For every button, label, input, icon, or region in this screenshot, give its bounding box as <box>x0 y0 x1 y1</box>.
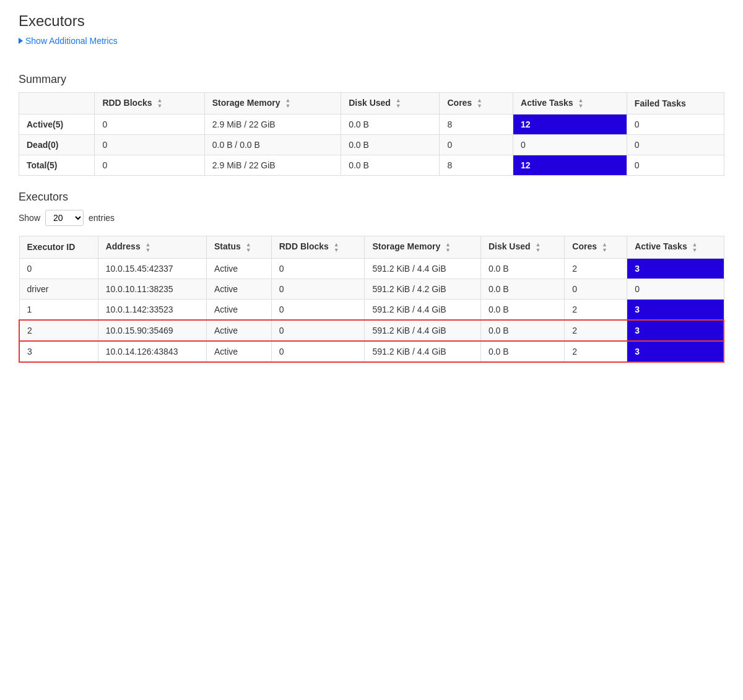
summary-cell-3: 0.0 B <box>341 155 440 176</box>
summary-cell-5: 12 <box>513 115 627 135</box>
summary-cell-3: 0.0 B <box>341 135 440 155</box>
entries-select[interactable]: 102050100 <box>45 210 84 226</box>
executors-table: Executor ID Address ▲▼ Status ▲▼ RDD Blo… <box>19 236 724 362</box>
exec-cell-0: 2 <box>19 320 98 341</box>
summary-th-active-tasks[interactable]: Active Tasks ▲▼ <box>513 93 627 115</box>
summary-row: Dead(0)00.0 B / 0.0 B0.0 B000 <box>19 135 724 155</box>
exec-cell-6: 2 <box>565 299 627 320</box>
exec-th-active-tasks[interactable]: Active Tasks ▲▼ <box>627 236 724 258</box>
exec-cell-0: 3 <box>19 341 98 362</box>
exec-cell-7: 3 <box>627 341 724 362</box>
exec-cell-2: Active <box>207 341 272 362</box>
exec-cell-6: 2 <box>565 258 627 279</box>
exec-cell-4: 591.2 KiB / 4.4 GiB <box>365 258 480 279</box>
triangle-icon <box>19 38 23 44</box>
exec-cell-0: 1 <box>19 299 98 320</box>
exec-cell-3: 0 <box>271 279 365 299</box>
executors-table-header: Executor ID Address ▲▼ Status ▲▼ RDD Blo… <box>19 236 724 258</box>
summary-cell-6: 0 <box>627 155 724 176</box>
summary-th-failed-tasks: Failed Tasks <box>627 93 724 115</box>
exec-cell-2: Active <box>207 279 272 299</box>
summary-cell-1: 0 <box>95 155 204 176</box>
summary-th-storage[interactable]: Storage Memory ▲▼ <box>204 93 341 115</box>
exec-cell-5: 0.0 B <box>480 320 564 341</box>
exec-cell-1: 10.0.15.90:35469 <box>98 320 206 341</box>
summary-cell-6: 0 <box>627 135 724 155</box>
summary-cell-1: 0 <box>95 135 204 155</box>
exec-cell-4: 591.2 KiB / 4.4 GiB <box>365 299 480 320</box>
summary-cell-4: 8 <box>440 115 513 135</box>
summary-row: Active(5)02.9 MiB / 22 GiB0.0 B8120 <box>19 115 724 135</box>
executors-table-body: 010.0.15.45:42337Active0591.2 KiB / 4.4 … <box>19 258 724 362</box>
summary-row: Total(5)02.9 MiB / 22 GiB0.0 B8120 <box>19 155 724 176</box>
table-row: 210.0.15.90:35469Active0591.2 KiB / 4.4 … <box>19 320 724 341</box>
exec-th-disk[interactable]: Disk Used ▲▼ <box>480 236 564 258</box>
summary-cell-6: 0 <box>627 115 724 135</box>
executors-title: Executors <box>19 191 724 204</box>
exec-th-cores[interactable]: Cores ▲▼ <box>565 236 627 258</box>
exec-cell-5: 0.0 B <box>480 299 564 320</box>
summary-cell-2: 2.9 MiB / 22 GiB <box>204 115 341 135</box>
summary-cell-3: 0.0 B <box>341 115 440 135</box>
table-row: driver10.0.10.11:38235Active0591.2 KiB /… <box>19 279 724 299</box>
summary-cell-0: Active(5) <box>19 115 95 135</box>
exec-th-rdd[interactable]: RDD Blocks ▲▼ <box>271 236 365 258</box>
exec-cell-7: 0 <box>627 279 724 299</box>
summary-cell-5: 0 <box>513 135 627 155</box>
summary-th-cores[interactable]: Cores ▲▼ <box>440 93 513 115</box>
exec-cell-6: 0 <box>565 279 627 299</box>
exec-cell-6: 2 <box>565 341 627 362</box>
table-row: 110.0.1.142:33523Active0591.2 KiB / 4.4 … <box>19 299 724 320</box>
entries-suffix: entries <box>89 213 115 223</box>
exec-cell-1: 10.0.14.126:43843 <box>98 341 206 362</box>
exec-cell-2: Active <box>207 320 272 341</box>
exec-cell-6: 2 <box>565 320 627 341</box>
summary-th-label <box>19 93 95 115</box>
summary-table-header: RDD Blocks ▲▼ Storage Memory ▲▼ Disk Use… <box>19 93 724 115</box>
exec-th-storage[interactable]: Storage Memory ▲▼ <box>365 236 480 258</box>
exec-th-status[interactable]: Status ▲▼ <box>207 236 272 258</box>
exec-th-id: Executor ID <box>19 236 98 258</box>
show-metrics-link[interactable]: Show Additional Metrics <box>19 36 118 46</box>
summary-cell-5: 12 <box>513 155 627 176</box>
summary-th-disk[interactable]: Disk Used ▲▼ <box>341 93 440 115</box>
summary-cell-0: Total(5) <box>19 155 95 176</box>
exec-cell-1: 10.0.15.45:42337 <box>98 258 206 279</box>
summary-cell-4: 8 <box>440 155 513 176</box>
show-metrics-label: Show Additional Metrics <box>25 36 118 46</box>
executors-section: Executors Show 102050100 entries Executo… <box>19 191 724 362</box>
exec-cell-5: 0.0 B <box>480 279 564 299</box>
exec-cell-1: 10.0.1.142:33523 <box>98 299 206 320</box>
exec-cell-7: 3 <box>627 320 724 341</box>
table-row: 010.0.15.45:42337Active0591.2 KiB / 4.4 … <box>19 258 724 279</box>
exec-cell-3: 0 <box>271 258 365 279</box>
page-header: Executors Show Additional Metrics <box>19 12 724 54</box>
exec-cell-4: 591.2 KiB / 4.4 GiB <box>365 320 480 341</box>
exec-cell-3: 0 <box>271 299 365 320</box>
exec-cell-4: 591.2 KiB / 4.2 GiB <box>365 279 480 299</box>
exec-cell-2: Active <box>207 299 272 320</box>
exec-cell-3: 0 <box>271 341 365 362</box>
show-entries-control: Show 102050100 entries <box>19 210 724 226</box>
summary-table: RDD Blocks ▲▼ Storage Memory ▲▼ Disk Use… <box>19 92 724 176</box>
exec-cell-0: driver <box>19 279 98 299</box>
summary-cell-4: 0 <box>440 135 513 155</box>
summary-header-row: RDD Blocks ▲▼ Storage Memory ▲▼ Disk Use… <box>19 93 724 115</box>
summary-cell-2: 0.0 B / 0.0 B <box>204 135 341 155</box>
exec-cell-4: 591.2 KiB / 4.4 GiB <box>365 341 480 362</box>
summary-table-body: Active(5)02.9 MiB / 22 GiB0.0 B8120Dead(… <box>19 115 724 176</box>
summary-cell-0: Dead(0) <box>19 135 95 155</box>
exec-cell-5: 0.0 B <box>480 341 564 362</box>
show-label: Show <box>19 213 40 223</box>
exec-cell-1: 10.0.10.11:38235 <box>98 279 206 299</box>
exec-cell-3: 0 <box>271 320 365 341</box>
page-title: Executors <box>19 12 724 30</box>
exec-th-address[interactable]: Address ▲▼ <box>98 236 206 258</box>
summary-cell-2: 2.9 MiB / 22 GiB <box>204 155 341 176</box>
exec-cell-7: 3 <box>627 258 724 279</box>
exec-cell-5: 0.0 B <box>480 258 564 279</box>
summary-th-rdd[interactable]: RDD Blocks ▲▼ <box>95 93 204 115</box>
exec-cell-0: 0 <box>19 258 98 279</box>
summary-section: Summary RDD Blocks ▲▼ Storage Memory ▲▼ … <box>19 73 724 176</box>
executors-header-row: Executor ID Address ▲▼ Status ▲▼ RDD Blo… <box>19 236 724 258</box>
